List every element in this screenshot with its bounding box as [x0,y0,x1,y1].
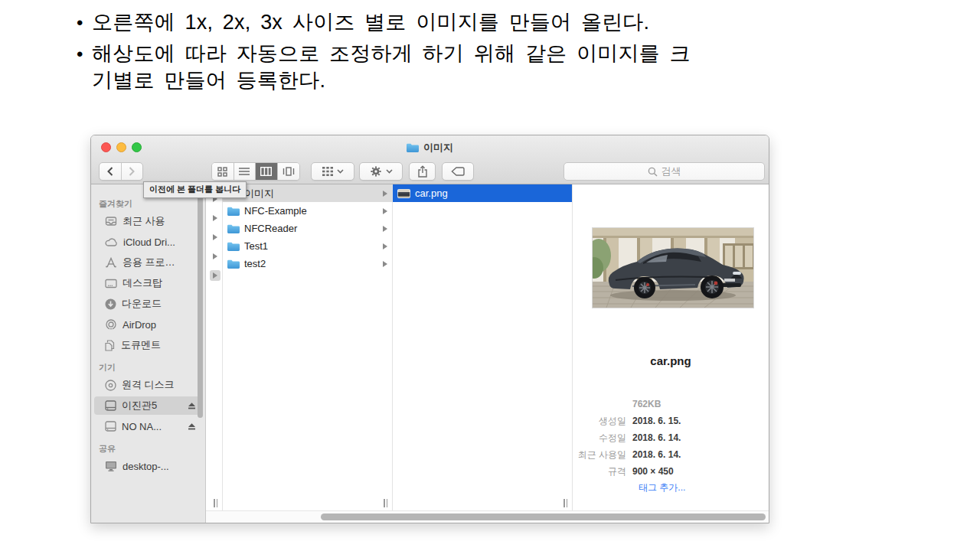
column-view: 이미지 NFC-Example NFCReade [206,184,769,523]
bullet-line: 해상도에 따라 자동으로 조정하게 하기 위해 같은 이미지를 크 [92,41,898,67]
sidebar-item-recents[interactable]: 최근 사용 [94,212,202,230]
search-input[interactable]: 검색 [564,162,765,181]
column-view-button[interactable] [256,163,278,180]
tag-icon [451,167,465,176]
sidebar-section-devices: 기기 [99,362,205,373]
sidebar-section-shared: 공유 [99,443,205,455]
info-row-last-opened: 최근 사용일 2018. 6. 14. [573,446,769,463]
folder-name: test2 [244,258,266,269]
chevron-right-icon [210,270,220,281]
sidebar-item-drive-selected[interactable]: 이진관5 [94,396,202,415]
sidebar-item-applications[interactable]: 응용 프로… [94,253,202,272]
sidebar-item-label: 최근 사용 [122,214,165,228]
column-resize-handle[interactable] [564,499,570,507]
tag-button[interactable] [442,162,474,181]
folder-icon [227,242,240,251]
info-label: 생성일 [573,415,626,428]
sidebar-scrollbar[interactable] [198,192,203,418]
horizontal-scrollbar-track[interactable] [206,510,769,523]
sidebar-item-label: NO NA... [122,421,162,432]
icon-view-button[interactable] [212,163,234,180]
desktop-icon [105,279,117,289]
finder-window: 이미지 [90,135,769,523]
slide-notes: 오른쪽에 1x, 2x, 3x 사이즈 별로 이미지를 만들어 올린다. 해상도… [75,9,898,99]
bullet-line: 기별로 만들어 등록한다. [92,67,898,94]
info-label: 규격 [573,465,626,478]
horizontal-scrollbar-thumb[interactable] [321,514,766,520]
column-resize-handle[interactable] [214,499,220,507]
folder-row[interactable]: test2 [223,255,392,272]
preview-image [592,227,754,308]
sidebar-item-shared-computer[interactable]: desktop-... [94,457,202,475]
info-value: 2018. 6. 15. [632,416,681,426]
folder-icon [227,224,240,233]
sidebar-item-label: 응용 프로… [122,256,175,269]
sidebar-item-downloads[interactable]: 다운로드 [94,295,202,313]
window-chrome: 이미지 [91,135,769,184]
bullet-item: 해상도에 따라 자동으로 조정하게 하기 위해 같은 이미지를 크 기별로 만들… [75,41,898,94]
folder-row[interactable]: Test1 [223,237,392,255]
folder-name: NFC-Example [244,205,307,217]
search-icon [648,167,658,177]
chevron-left-icon [106,166,114,177]
chevron-right-icon [210,232,220,243]
icloud-icon [105,237,118,246]
window-title: 이미지 [423,141,453,155]
sidebar-item-desktop[interactable]: 데스크탑 [94,274,202,292]
list-view-button[interactable] [234,163,256,180]
forward-button[interactable] [122,163,143,180]
list-view-icon [239,167,250,176]
info-value: 2018. 6. 14. [632,432,681,443]
back-button[interactable] [100,163,121,180]
folder-icon [407,143,419,152]
column-resize-handle[interactable] [384,499,390,507]
group-button[interactable] [311,162,354,181]
chevron-right-icon [128,166,136,177]
folder-icon [227,259,240,269]
sidebar-item-label: iCloud Dri... [123,236,175,248]
folder-row[interactable]: NFCReader [223,220,392,237]
title-bar[interactable]: 이미지 [91,135,769,159]
eject-icon[interactable] [188,402,196,409]
file-row-selected[interactable]: car.png [393,184,572,202]
info-label: 수정일 [573,432,626,445]
sidebar-item-label: 도큐멘트 [121,338,161,352]
action-button[interactable] [359,162,403,181]
chevron-right-icon [383,191,387,197]
downloads-icon [105,298,116,310]
folder-row[interactable]: NFC-Example [223,202,392,220]
sidebar-item-drive-noname[interactable]: NO NA... [94,417,202,435]
applications-icon [105,257,117,268]
image-file-thumbnail-icon [397,189,410,198]
sidebar-item-icloud[interactable]: iCloud Dri... [94,233,202,251]
info-row-modified: 수정일 2018. 6. 14. [573,429,769,446]
folder-name: Test1 [244,240,268,252]
folder-row[interactable]: 이미지 [223,184,392,202]
gear-icon [370,165,382,178]
folder-name: NFCReader [244,223,297,234]
bullet-item: 오른쪽에 1x, 2x, 3x 사이즈 별로 이미지를 만들어 올린다. [75,9,898,36]
column-files: car.png [393,184,573,510]
file-size: 762KB [632,399,661,409]
info-value: 2018. 6. 14. [632,449,681,460]
sidebar-item-documents[interactable]: 도큐멘트 [94,336,202,354]
hard-drive-icon [105,400,116,411]
sidebar-item-airdrop[interactable]: AirDrop [94,315,202,334]
eject-icon[interactable] [188,422,196,430]
chevron-right-icon [383,226,387,232]
gallery-view-icon [283,167,295,176]
sidebar-item-remote-disc[interactable]: 원격 디스크 [94,376,202,394]
view-switcher [211,162,300,181]
chevron-right-icon [210,251,220,262]
add-tags-link[interactable]: 태그 추가... [639,481,769,494]
share-button[interactable] [409,162,436,181]
file-name: car.png [415,187,448,199]
info-label: 최근 사용일 [573,448,626,461]
group-icon [322,167,333,176]
gallery-view-button[interactable] [278,163,299,180]
sidebar-item-label: 원격 디스크 [122,378,175,392]
info-row-dimensions: 규격 900 × 450 [573,463,769,480]
column-folders: 이미지 NFC-Example NFCReade [223,184,393,510]
column-parent-sliver[interactable] [206,184,223,510]
sidebar-section-favorites: 즐겨찾기 [99,198,205,210]
